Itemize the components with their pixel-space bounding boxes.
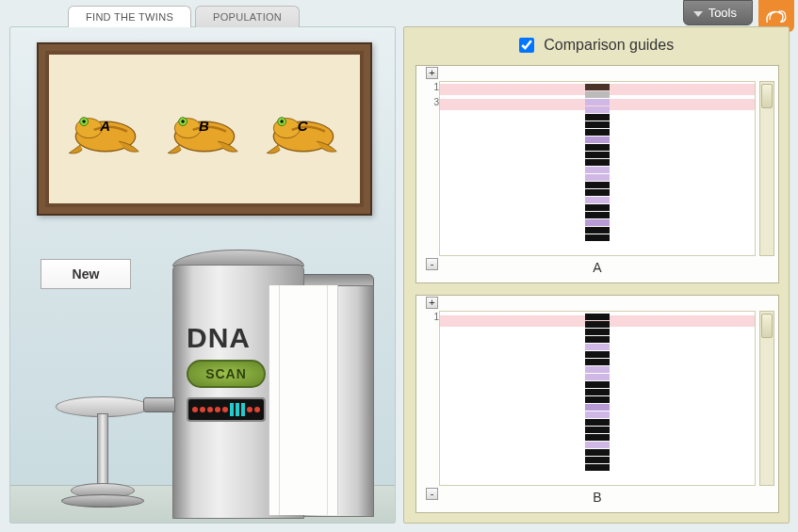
svg-point-7 — [181, 120, 185, 123]
comparison-guides-checkbox[interactable] — [519, 38, 534, 53]
svg-point-11 — [280, 120, 284, 123]
gel-inner-b[interactable] — [439, 311, 756, 486]
frog-row: A B C — [49, 55, 360, 203]
machine-arm — [143, 397, 175, 412]
zoom-in-b[interactable]: + — [426, 297, 438, 309]
svg-point-3 — [83, 120, 87, 123]
gel-pane-b: + - 1 B — [415, 295, 779, 513]
dna-bands-a — [585, 84, 610, 241]
vscroll-b[interactable] — [759, 311, 774, 486]
frog-b[interactable]: B — [163, 97, 246, 161]
tab-population[interactable]: POPULATION — [195, 6, 300, 27]
tools-label: Tools — [708, 6, 737, 20]
vscroll-thumb[interactable] — [761, 84, 773, 108]
gel-label-a: A — [416, 260, 778, 275]
gel-inner-a[interactable] — [439, 81, 756, 256]
scan-button[interactable]: SCAN — [187, 360, 266, 388]
gel-label-b: B — [416, 490, 778, 505]
tools-dropdown[interactable]: Tools — [683, 0, 753, 25]
guides-label: Comparison guides — [544, 37, 674, 53]
machine-meter — [187, 397, 266, 422]
ruler-a: 1 3 — [426, 81, 439, 256]
guides-row: Comparison guides — [404, 37, 789, 54]
vscroll-thumb[interactable] — [761, 314, 773, 338]
dna-machine: DNA SCAN — [172, 250, 378, 523]
stool — [56, 396, 150, 521]
zoom-in-a[interactable]: + — [426, 67, 438, 79]
ruler-b: 1 — [426, 311, 439, 486]
frog-label: B — [199, 118, 209, 134]
gel-pane-a: + - 1 3 A — [415, 65, 779, 283]
printout — [269, 285, 338, 515]
frog-c[interactable]: C — [262, 97, 345, 161]
lab-panel: A B C New — [9, 26, 396, 524]
app-root: FIND THE TWINS POPULATION Tools A B — [0, 0, 798, 532]
comparison-panel: Comparison guides + - 1 3 A + - 1 — [403, 26, 790, 524]
dna-bands-b — [585, 314, 610, 471]
frog-label: A — [100, 118, 110, 134]
frog-label: C — [298, 118, 308, 134]
frog-a[interactable]: A — [64, 97, 147, 161]
vscroll-a[interactable] — [759, 81, 774, 256]
new-button[interactable]: New — [41, 259, 131, 289]
machine-title: DNA — [187, 322, 251, 354]
tab-find-twins[interactable]: FIND THE TWINS — [68, 6, 191, 27]
tab-bar: FIND THE TWINS POPULATION — [68, 6, 300, 27]
specimen-area: A B C — [49, 55, 360, 203]
specimen-frame: A B C — [37, 42, 372, 216]
